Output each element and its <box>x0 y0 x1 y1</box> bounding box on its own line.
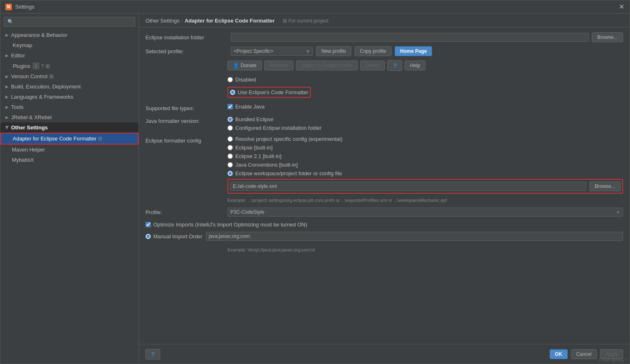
resolve-text: Resolve project specific config (experim… <box>235 136 343 142</box>
sidebar-item-build[interactable]: ▶ Build, Execution, Deployment <box>0 81 139 92</box>
resolve-radio[interactable] <box>227 136 233 142</box>
arrow-icon: ▶ <box>5 115 9 120</box>
eclipse-workspace-text: Eclipse workspace/project folder or conf… <box>235 170 342 176</box>
eclipse-workspace-radio[interactable] <box>227 171 233 176</box>
resolve-label[interactable]: Resolve project specific config (experim… <box>227 136 623 142</box>
configured-eclipse-radio[interactable] <box>227 125 233 131</box>
java-conventions-radio[interactable] <box>227 162 233 167</box>
sidebar-item-editor[interactable]: ▶ Editor <box>0 50 139 61</box>
profile2-content: P3C-CodeStyle ▼ <box>227 208 623 217</box>
java-conventions-label[interactable]: Java Conventions [built-in] <box>227 162 623 168</box>
search-input[interactable] <box>4 17 135 27</box>
sidebar-item-label: JRebel & XRebel <box>11 114 52 120</box>
enable-java-label[interactable]: Enable Java <box>227 104 623 110</box>
sidebar-item-plugins[interactable]: Plugins 2 ? ⊞ <box>0 61 139 71</box>
profile-dropdown[interactable]: <Project Specific> ▼ <box>231 47 313 56</box>
manual-import-radio[interactable] <box>146 234 151 239</box>
eclipse-builtin-text: Eclipse [built-in] <box>235 145 273 151</box>
sidebar-item-other-settings[interactable]: ▶ Other Settings <box>0 122 139 133</box>
sidebar-item-label: Plugins <box>13 63 30 69</box>
adapter-icon[interactable]: ⊞ <box>98 136 102 142</box>
bottom-question-button[interactable]: ? <box>146 349 160 359</box>
arrow-icon: ▶ <box>5 105 9 109</box>
java-formatter-label: Java formatter version: <box>146 116 227 124</box>
settings-window: M Settings ✕ ▶ Appearance & Behavior Key… <box>0 0 630 364</box>
disabled-radio[interactable] <box>227 77 233 82</box>
eclipse-builtin-radio[interactable] <box>227 145 233 150</box>
help-button[interactable]: Help <box>405 61 425 70</box>
new-profile-button[interactable]: New profile <box>316 46 351 56</box>
sidebar-item-jrebel[interactable]: ▶ JRebel & XRebel <box>0 112 139 122</box>
example2-row: Example: \#org\;#java;java;javax;org;com… <box>227 246 623 252</box>
sidebar-item-mybatisx[interactable]: MybatisX <box>0 155 139 165</box>
use-eclipse-radio[interactable] <box>230 90 235 95</box>
sidebar: ▶ Appearance & Behavior Keymap ▶ Editor … <box>0 14 139 364</box>
eclipse-browse-button[interactable]: Browse... <box>592 32 623 42</box>
manual-import-row: Manual Import Order <box>146 232 623 241</box>
arrow-icon: ▶ <box>5 53 9 58</box>
config-browse-button[interactable]: Browse... <box>589 181 621 191</box>
sidebar-item-tools[interactable]: ▶ Tools <box>0 102 139 112</box>
eclipse-workspace-label[interactable]: Eclipse workspace/project folder or conf… <box>227 170 623 176</box>
eclipse-folder-row: Eclipse installation folder Browse... <box>146 32 623 42</box>
plugins-icon1[interactable]: ? <box>41 63 44 69</box>
bundled-eclipse-text: Bundled Eclipse <box>235 116 273 122</box>
vc-icon[interactable]: ⊞ <box>49 73 54 79</box>
home-page-button[interactable]: Home Page <box>395 46 432 56</box>
use-eclipse-radio-label[interactable]: Use Eclipse's Code Formatter <box>230 89 308 95</box>
formatter-config-label: Eclipse formatter config <box>146 136 227 144</box>
disabled-row: Disabled <box>227 77 623 83</box>
optimize-imports-label[interactable]: Optimize Imports (IntelliJ's Import Opti… <box>146 222 307 228</box>
sidebar-item-version-control[interactable]: ▶ Version Control ⊞ <box>0 71 139 81</box>
rename-button[interactable]: Rename <box>264 61 293 70</box>
copy-profile-button[interactable]: Copy profile <box>355 46 391 56</box>
configured-eclipse-text: Configured Eclipse installation folder <box>235 125 321 131</box>
sidebar-item-appearance[interactable]: ▶ Appearance & Behavior <box>0 30 139 40</box>
example2-hint: Example: \#org\;#java;java;javax;org;com… <box>227 247 315 252</box>
manual-import-input[interactable] <box>206 232 623 241</box>
optimize-imports-row: Optimize Imports (IntelliJ's Import Opti… <box>146 222 623 228</box>
ok-button[interactable]: OK <box>550 349 568 359</box>
bundled-eclipse-radio[interactable] <box>227 117 233 122</box>
arrow-icon: ▶ <box>5 84 9 89</box>
plugins-icon2[interactable]: ⊞ <box>45 63 50 69</box>
question-button[interactable]: ? <box>387 60 402 71</box>
sidebar-item-languages[interactable]: ▶ Languages & Frameworks <box>0 92 139 102</box>
breadcrumb: Other Settings › Adapter for Eclipse Cod… <box>146 18 623 24</box>
profile-label: Selected profile: <box>146 48 227 54</box>
sidebar-item-label: Appearance & Behavior <box>11 32 67 38</box>
optimize-imports-checkbox[interactable] <box>146 222 151 227</box>
formatter-config-row: Eclipse formatter config Resolve project… <box>146 136 623 203</box>
close-button[interactable]: ✕ <box>618 4 625 10</box>
bundled-eclipse-label[interactable]: Bundled Eclipse <box>227 116 623 122</box>
sidebar-item-label: Editor <box>11 52 25 59</box>
eclipse21-text: Eclipse 2.1 [built-in] <box>235 153 282 159</box>
breadcrumb-current: Adapter for Eclipse Code Formatter <box>184 18 275 24</box>
configured-eclipse-label[interactable]: Configured Eclipse installation folder <box>227 125 623 131</box>
sidebar-item-label: Adapter for Eclipse Code Formatter <box>13 136 96 142</box>
bottom-bar: ? OK Cancel Apply <box>139 344 630 364</box>
profile2-row: Profile: P3C-CodeStyle ▼ <box>146 208 623 217</box>
export-button[interactable]: Export to Project profile <box>296 61 358 70</box>
cancel-button[interactable]: Cancel <box>571 349 597 359</box>
sidebar-item-maven[interactable]: Maven Helper <box>0 145 139 155</box>
sidebar-item-keymap[interactable]: Keymap <box>0 40 139 50</box>
eclipse21-radio[interactable] <box>227 154 233 159</box>
manual-import-label[interactable]: Manual Import Order <box>146 233 202 240</box>
title-bar: M Settings ✕ <box>0 0 630 14</box>
arrow-icon: ▶ <box>5 95 9 99</box>
delete-button[interactable]: Delete <box>360 61 385 70</box>
sidebar-item-label: Build, Execution, Deployment <box>11 84 81 90</box>
eclipse-builtin-label[interactable]: Eclipse [built-in] <box>227 145 623 151</box>
donate-button[interactable]: 👤 Donate <box>227 61 262 70</box>
disabled-radio-label[interactable]: Disabled <box>227 77 256 83</box>
eclipse21-label[interactable]: Eclipse 2.1 [built-in] <box>227 153 623 159</box>
sidebar-item-adapter[interactable]: Adapter for Eclipse Code Formatter ⊞ <box>0 133 139 145</box>
eclipse-folder-label: Eclipse installation folder <box>146 34 227 41</box>
formatter-config-content: Resolve project specific config (experim… <box>227 136 623 203</box>
eclipse-folder-input[interactable] <box>231 33 589 42</box>
config-file-input[interactable] <box>230 182 586 191</box>
profile2-dropdown[interactable]: P3C-CodeStyle ▼ <box>227 208 623 217</box>
enable-java-checkbox[interactable] <box>227 104 233 109</box>
sidebar-item-label: Keymap <box>13 42 32 48</box>
